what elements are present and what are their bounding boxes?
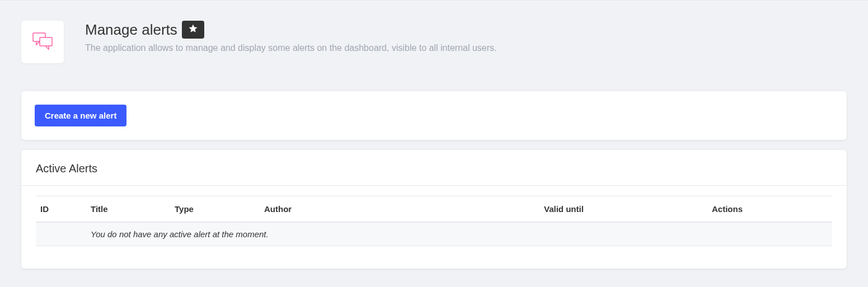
content-area: Create a new alert Active Alerts ID Titl… — [0, 91, 868, 287]
svg-rect-1 — [40, 37, 52, 46]
col-header-author: Author — [260, 196, 539, 223]
card-header: Active Alerts — [21, 150, 847, 186]
table-wrapper: ID Title Type Author Valid until Actions… — [21, 186, 847, 269]
col-header-type: Type — [170, 196, 260, 223]
table-header-row: ID Title Type Author Valid until Actions — [36, 196, 832, 223]
header-text-block: Manage alerts The application allows to … — [85, 21, 847, 53]
alerts-table: ID Title Type Author Valid until Actions… — [36, 196, 832, 246]
favorite-badge[interactable] — [182, 21, 204, 39]
app-icon-box — [21, 21, 64, 63]
col-header-title: Title — [86, 196, 170, 223]
col-header-valid-until: Valid until — [539, 196, 707, 223]
chat-bubbles-icon — [31, 30, 54, 54]
title-row: Manage alerts — [85, 21, 847, 39]
page-header: Manage alerts The application allows to … — [0, 0, 868, 91]
star-icon — [188, 23, 198, 36]
empty-cell-id — [36, 222, 86, 246]
col-header-id: ID — [36, 196, 86, 223]
page-description: The application allows to manage and dis… — [85, 43, 847, 53]
empty-message: You do not have any active alert at the … — [86, 222, 832, 246]
col-header-actions: Actions — [707, 196, 832, 223]
page-title: Manage alerts — [85, 21, 177, 39]
action-card: Create a new alert — [21, 91, 847, 140]
alerts-table-card: Active Alerts ID Title Type Author Valid… — [21, 150, 847, 269]
create-alert-button[interactable]: Create a new alert — [35, 105, 126, 126]
section-title: Active Alerts — [36, 162, 832, 175]
table-row-empty: You do not have any active alert at the … — [36, 222, 832, 246]
